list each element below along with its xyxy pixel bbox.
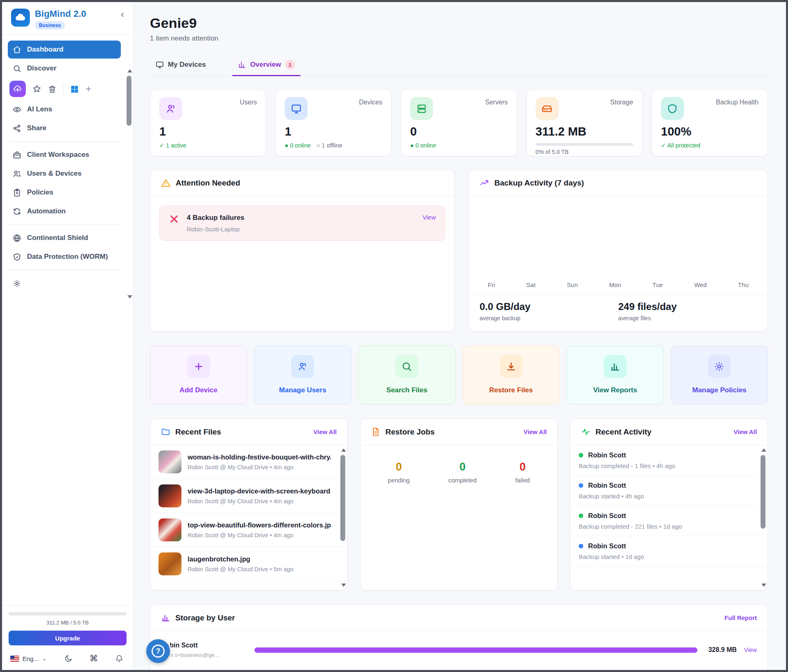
file-row[interactable]: woman-is-holding-festive-bouquet-with-ch…	[150, 445, 347, 479]
trash-icon[interactable]	[48, 85, 57, 93]
page-subtitle: 1 item needs attention	[150, 34, 768, 43]
us-flag-icon	[10, 656, 19, 662]
language-label: Eng...	[23, 655, 38, 662]
warning-triangle-icon	[161, 178, 171, 188]
sidebar-item-ai-lens[interactable]: AI Lens	[8, 100, 121, 118]
sidebar-item-settings-partial[interactable]	[8, 274, 121, 292]
activity-list: Robin Scott Backup completed - 1 files •…	[571, 445, 768, 566]
activity-row[interactable]: Robin Scott Backup started • 1d ago	[571, 536, 768, 566]
stat-label: completed	[448, 477, 477, 484]
restore-files-button[interactable]: Restore Files	[462, 346, 559, 405]
language-selector[interactable]: Eng... ⌄	[10, 655, 47, 662]
panel-title: Attention Needed	[176, 179, 240, 188]
dark-mode-moon-icon[interactable]	[64, 654, 72, 663]
notifications-bell-icon[interactable]	[115, 654, 123, 663]
backup-failure-alert: 4 Backup failures Robin-Scott-Laptop Vie…	[159, 206, 445, 241]
sidebar-item-discover[interactable]: Discover	[8, 59, 121, 77]
cloud-upload-icon[interactable]	[9, 81, 26, 97]
chevron-down-icon: ⌄	[42, 655, 47, 662]
file-row[interactable]: top-view-beautiful-flowers-different-col…	[150, 513, 347, 547]
view-reports-button[interactable]: View Reports	[566, 346, 663, 405]
avg-files-value: 249 files/day	[618, 301, 757, 312]
storage-usage-bar	[9, 612, 127, 615]
manage-users-button[interactable]: Manage Users	[254, 346, 351, 405]
storage-usage-text: 311.2 MB / 5.0 TB	[2, 620, 133, 626]
scroll-down-arrow[interactable]	[761, 584, 766, 587]
alert-device: Robin-Scott-Laptop	[187, 226, 245, 233]
restore-stat-pending: 0 pending	[388, 461, 410, 484]
sidebar: BigMind 2.0 Business ‹ Dashboard Discove…	[2, 2, 134, 670]
sidebar-item-policies[interactable]: Policies	[8, 183, 121, 201]
sidebar-item-data-protection-worm[interactable]: Data Protection (WORM)	[8, 248, 121, 266]
file-name: top-view-beautiful-flowers-different-col…	[188, 521, 331, 529]
user-view-link[interactable]: View	[744, 647, 757, 653]
sidebar-collapse-button[interactable]: ‹	[118, 9, 127, 20]
command-shortcut-icon[interactable]: ⌘	[89, 654, 98, 663]
help-button[interactable]: ?	[146, 639, 170, 663]
shield-icon	[661, 97, 684, 120]
search-files-button[interactable]: Search Files	[358, 346, 455, 405]
alert-view-link[interactable]: View	[423, 214, 436, 221]
scroll-up-arrow[interactable]	[127, 69, 132, 72]
pulse-icon	[581, 427, 591, 437]
windows-icon[interactable]	[70, 84, 79, 93]
panel-title: Restore Jobs	[385, 428, 435, 437]
scroll-down-arrow[interactable]	[341, 584, 346, 587]
file-name: woman-is-holding-festive-bouquet-with-ch…	[188, 453, 331, 461]
upgrade-button[interactable]: Upgrade	[9, 631, 127, 645]
file-meta: Robin Scott @ My Cloud Drive • 4m ago	[188, 498, 331, 505]
activity-row[interactable]: Robin Scott Backup completed - 1 files •…	[571, 445, 768, 475]
mid-row: Attention Needed 4 Backup failures Robin…	[150, 170, 768, 332]
servers-icon	[410, 97, 433, 120]
avg-backup-value: 0.0 GB/day	[480, 301, 618, 312]
scrollbar-thumb[interactable]	[340, 455, 345, 541]
file-row[interactable]: laugenbrotchen.jpg Robin Scott @ My Clou…	[150, 547, 347, 581]
view-all-link[interactable]: View All	[523, 428, 547, 435]
sidebar-header: BigMind 2.0 Business ‹	[2, 2, 133, 35]
star-icon[interactable]	[32, 84, 41, 93]
recent-files-panel: Recent Files View All woman-is-holding-f…	[150, 419, 348, 591]
monitor-icon	[285, 97, 308, 120]
sidebar-item-dashboard[interactable]: Dashboard	[8, 41, 121, 59]
sidebar-utility-row: Eng... ⌄ ⌘	[2, 648, 133, 666]
full-report-link[interactable]: Full Report	[725, 614, 757, 621]
activity-user: Robin Scott	[588, 451, 626, 459]
status-dot	[579, 453, 583, 457]
file-thumbnail	[159, 484, 181, 507]
gear-icon	[708, 355, 731, 378]
sidebar-item-share[interactable]: Share	[8, 119, 121, 137]
recent-files-list: woman-is-holding-festive-bouquet-with-ch…	[150, 445, 347, 581]
activity-row[interactable]: Robin Scott Backup completed - 221 files…	[571, 506, 768, 536]
manage-policies-button[interactable]: Manage Policies	[671, 346, 768, 405]
scroll-down-arrow[interactable]	[127, 295, 132, 299]
tab-my-devices[interactable]: My Devices	[150, 57, 212, 76]
recent-activity-scrollbar[interactable]	[760, 448, 766, 587]
tab-overview[interactable]: Overview 1	[232, 57, 301, 76]
scrollbar-thumb[interactable]	[127, 76, 131, 126]
sidebar-item-continental-shield[interactable]: Continental Shield	[8, 229, 121, 247]
user-storage-bar	[254, 647, 697, 653]
scroll-up-arrow[interactable]	[761, 448, 766, 452]
quick-actions: Add Device Manage Users Search Files Res…	[150, 346, 768, 405]
scrollbar-thumb[interactable]	[761, 455, 765, 529]
page-title: Genie9	[150, 15, 768, 31]
view-all-link[interactable]: View All	[734, 428, 757, 435]
sidebar-scrollbar[interactable]	[126, 69, 132, 299]
panel-title: Recent Files	[175, 428, 221, 437]
activity-meta: Backup started • 1d ago	[579, 553, 759, 560]
sidebar-item-users-devices[interactable]: Users & Devices	[8, 165, 121, 183]
status-dot	[579, 483, 583, 488]
file-row[interactable]: view-3d-laptop-device-with-screen-keyboa…	[150, 479, 347, 513]
scroll-up-arrow[interactable]	[341, 448, 346, 452]
activity-row[interactable]: Robin Scott Backup started • 4h ago	[571, 475, 768, 506]
sidebar-item-client-workspaces[interactable]: Client Workspaces	[8, 146, 121, 164]
sidebar-item-automation[interactable]: Automation	[8, 202, 121, 220]
stat-label: failed	[515, 477, 530, 484]
divider	[9, 224, 120, 225]
recent-files-scrollbar[interactable]	[340, 448, 346, 587]
view-all-link[interactable]: View All	[313, 428, 337, 435]
plus-icon[interactable]: +	[86, 83, 91, 95]
stat-value: 0	[388, 461, 410, 473]
add-device-button[interactable]: Add Device	[150, 346, 247, 405]
restore-stat-completed: 0 completed	[448, 461, 477, 484]
